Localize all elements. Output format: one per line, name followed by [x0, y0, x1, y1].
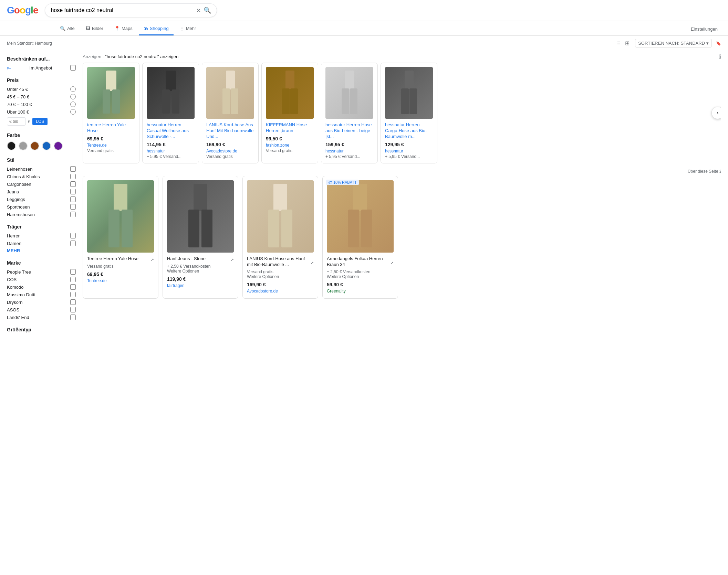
color-swatch-brown[interactable] — [30, 141, 39, 150]
tab-shopping[interactable]: 🛍 Shopping — [139, 22, 174, 35]
grid-view-button[interactable]: ⊞ — [624, 39, 631, 48]
tab-mehr[interactable]: ⋮ Mehr — [175, 22, 201, 35]
svg-rect-24 — [273, 184, 287, 211]
stil-chinos[interactable]: Chinos & Khakis — [7, 174, 76, 179]
tab-alle[interactable]: 🔍 Alle — [55, 22, 80, 35]
stil-check-2[interactable] — [70, 181, 76, 187]
stil-leinenhosen[interactable]: Leinenhosen — [7, 166, 76, 172]
marke-komodo[interactable]: Komodo — [7, 284, 76, 290]
marke-check-1[interactable] — [70, 277, 76, 282]
marke-check-4[interactable] — [70, 299, 76, 305]
im-angebot-filter[interactable]: 🏷 Im Angebot — [7, 65, 76, 71]
product-name-1: hessnatur Herren Casual Wollhose aus Sch… — [147, 122, 195, 140]
stil-check-1[interactable] — [70, 174, 76, 179]
traeger-damen[interactable]: Damen — [7, 241, 76, 246]
marke-section: Marke People Tree COS Komodo Massimo Dut… — [7, 260, 76, 320]
info-icon[interactable]: ℹ — [719, 53, 721, 60]
preis-unter45[interactable]: Unter 45 € — [7, 86, 76, 92]
stil-haremshosen[interactable]: Haremshosen — [7, 212, 76, 217]
info-icon-2[interactable]: ℹ — [719, 169, 721, 174]
ext-link-icon-1[interactable]: ↗ — [230, 257, 234, 262]
stil-check-6[interactable] — [70, 212, 76, 217]
svg-rect-20 — [122, 210, 133, 247]
ext-link-icon-0[interactable]: ↗ — [150, 257, 154, 262]
marke-check-0[interactable] — [70, 269, 76, 275]
search-input[interactable] — [51, 7, 194, 13]
product-card-3[interactable]: KIEFERMANN Hose Herren ‚braun 99,50 € fa… — [261, 63, 318, 163]
preis-70-100[interactable]: 70 € – 100 € — [7, 102, 76, 107]
shopping-icon: 🛍 — [144, 26, 148, 31]
svg-rect-22 — [188, 210, 199, 247]
tab-bilder[interactable]: 🖼 Bilder — [81, 22, 108, 35]
stil-check-3[interactable] — [70, 189, 76, 194]
los-button[interactable]: LOS — [32, 118, 48, 125]
svg-rect-0 — [106, 71, 116, 91]
marke-check-6[interactable] — [70, 315, 76, 320]
color-swatch-black[interactable] — [7, 141, 16, 150]
marke-asos[interactable]: ASOS — [7, 307, 76, 312]
product-card-lg-1[interactable]: Hanf-Jeans - Stone ↗ + 2,50 € Versandkos… — [163, 176, 238, 299]
product-name-lg-1: Hanf-Jeans - Stone — [167, 256, 206, 262]
color-swatch-purple[interactable] — [54, 141, 63, 150]
product-card-lg-3[interactable]: 🏷 10% RABATT Armedangels Folkaa Herren B… — [322, 176, 398, 299]
marke-lands-end[interactable]: Lands' End — [7, 315, 76, 320]
marke-drykorn[interactable]: Drykorn — [7, 299, 76, 305]
stil-check-4[interactable] — [70, 196, 76, 202]
stil-cargohosen[interactable]: Cargohosen — [7, 181, 76, 187]
product-shipping-lg-1: + 2,50 € Versandkosten — [167, 264, 234, 269]
preis-45-70[interactable]: 45 € – 70 € — [7, 94, 76, 99]
search-button-icon[interactable]: 🔍 — [204, 7, 211, 14]
im-angebot-checkbox[interactable] — [70, 65, 76, 71]
svg-rect-21 — [194, 184, 207, 211]
marke-check-3[interactable] — [70, 292, 76, 297]
sort-dropdown[interactable]: SORTIEREN NACH: STANDARD ▾ — [635, 39, 712, 47]
settings-link[interactable]: Einstellungen — [687, 23, 721, 35]
bookmark-icon[interactable]: 🔖 — [716, 41, 721, 46]
color-swatch-blue[interactable] — [42, 141, 51, 150]
stil-jeans[interactable]: Jeans — [7, 189, 76, 194]
product-name-2: LANIUS Kord-hose Aus Hanf Mit Bio-baumwo… — [206, 122, 254, 140]
color-swatch-gray[interactable] — [19, 141, 28, 150]
marke-check-5[interactable] — [70, 307, 76, 312]
traeger-check-0[interactable] — [70, 233, 76, 238]
marke-people-tree[interactable]: People Tree — [7, 269, 76, 275]
marke-massimo[interactable]: Massimo Dutti — [7, 292, 76, 297]
product-card-0[interactable]: tentree Herren Yale Hose 69,95 € Tentree… — [83, 63, 139, 163]
product-card-lg-0[interactable]: Tentree Herren Yale Hose ↗ Versand grati… — [83, 176, 158, 299]
product-image-2 — [206, 67, 254, 119]
marke-cos[interactable]: COS — [7, 277, 76, 282]
product-shipping-0: Versand gratis — [87, 148, 135, 153]
preis-radio-2[interactable] — [70, 102, 76, 107]
product-price-4: 159,95 € — [325, 142, 373, 147]
product-store-3: fashion.zone — [266, 143, 314, 148]
mehr-link[interactable]: MEHR — [7, 248, 76, 253]
stil-leggings[interactable]: Leggings — [7, 196, 76, 202]
clear-search-icon[interactable]: ✕ — [196, 7, 201, 14]
svg-rect-3 — [166, 71, 176, 91]
stil-check-0[interactable] — [70, 166, 76, 172]
ext-link-icon-2[interactable]: ↗ — [310, 260, 314, 265]
preis-radio-3[interactable] — [70, 109, 76, 115]
google-logo: Google — [7, 5, 38, 16]
product-card-2[interactable]: LANIUS Kord-hose Aus Hanf Mit Bio-baumwo… — [202, 63, 259, 163]
marke-check-2[interactable] — [70, 284, 76, 290]
ext-link-icon-3[interactable]: ↗ — [390, 260, 394, 265]
stil-check-5[interactable] — [70, 204, 76, 210]
svg-rect-12 — [345, 71, 354, 89]
product-card-lg-2[interactable]: LANIUS Kord-Hose aus Hanf mit Bio-Baumwo… — [242, 176, 318, 299]
list-view-button[interactable]: ≡ — [616, 39, 622, 48]
preis-uber100[interactable]: Über 100 € — [7, 109, 76, 115]
product-image-lg-1 — [167, 180, 234, 253]
tab-maps[interactable]: 📍 Maps — [110, 22, 137, 35]
preis-radio-1[interactable] — [70, 94, 76, 99]
preis-radio-0[interactable] — [70, 86, 76, 92]
price-from-input[interactable] — [7, 117, 26, 126]
traeger-check-1[interactable] — [70, 241, 76, 246]
product-shipping-2: Versand gratis — [206, 154, 254, 159]
carousel-next-button[interactable]: › — [711, 107, 721, 119]
product-card-4[interactable]: hessnatur Herren Hose aus Bio-Leinen - b… — [321, 63, 378, 163]
traeger-herren[interactable]: Herren — [7, 233, 76, 238]
stil-sporthosen[interactable]: Sporthosen — [7, 204, 76, 210]
product-card-1[interactable]: hessnatur Herren Casual Wollhose aus Sch… — [142, 63, 199, 163]
product-card-5[interactable]: hessnatur Herren Cargo-Hose aus Bio-Baum… — [381, 63, 437, 163]
